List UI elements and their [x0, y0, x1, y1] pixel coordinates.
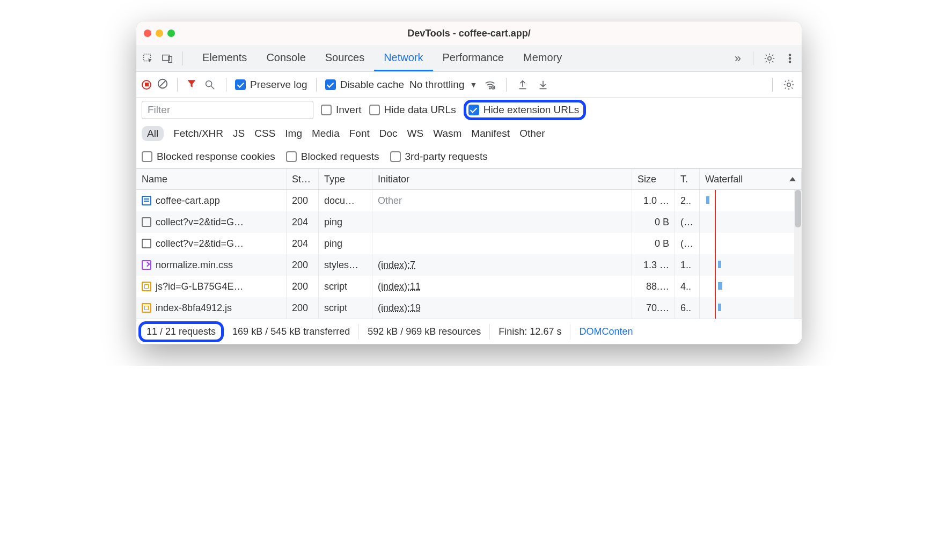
- type-filter-font[interactable]: Font: [349, 128, 370, 139]
- checkbox-icon: [142, 151, 152, 162]
- filter-row: Filter Invert Hide data URLs Hide extens…: [136, 98, 802, 122]
- hide-extension-urls-highlight: Hide extension URLs: [464, 100, 586, 120]
- table-row[interactable]: coffee-cart.app200docu…Other1.0 …2..: [136, 190, 802, 211]
- divider: [182, 51, 183, 65]
- divider: [753, 51, 753, 65]
- svg-line-10: [211, 86, 215, 89]
- column-size[interactable]: Size: [632, 169, 675, 189]
- inspect-element-icon[interactable]: [141, 51, 156, 66]
- type-filter-media[interactable]: Media: [312, 128, 340, 139]
- dom-content-loaded[interactable]: DOMConten: [570, 324, 641, 339]
- hide-data-urls-checkbox[interactable]: Hide data URLs: [369, 104, 456, 116]
- doc-file-icon: [142, 196, 151, 205]
- requests-count: 11 / 21 requests: [146, 326, 216, 337]
- clear-log-icon[interactable]: [157, 78, 168, 92]
- svg-point-4: [789, 54, 790, 55]
- device-toolbar-icon[interactable]: [160, 51, 175, 66]
- requests-count-highlight: 11 / 21 requests: [138, 321, 224, 342]
- tab-sources[interactable]: Sources: [316, 45, 374, 71]
- resources-size: 592 kB / 969 kB resources: [359, 324, 490, 339]
- type-filter-all[interactable]: All: [142, 126, 164, 141]
- requests-table-body: coffee-cart.app200docu…Other1.0 …2..coll…: [136, 190, 802, 319]
- devtools-window: DevTools - coffee-cart.app/ ElementsCons…: [136, 21, 802, 344]
- tab-elements[interactable]: Elements: [193, 45, 257, 71]
- svg-point-11: [489, 87, 490, 89]
- ping-file-icon: [142, 217, 151, 227]
- table-row[interactable]: collect?v=2&tid=G…204ping0 B(…: [136, 233, 802, 254]
- tab-network[interactable]: Network: [374, 45, 433, 71]
- type-filter-manifest[interactable]: Manifest: [471, 128, 510, 139]
- type-filter-css[interactable]: CSS: [254, 128, 275, 139]
- type-filter-fetch-xhr[interactable]: Fetch/XHR: [173, 128, 223, 139]
- js-file-icon: [142, 303, 151, 313]
- search-icon[interactable]: [202, 77, 217, 92]
- column-type[interactable]: Type: [319, 169, 372, 189]
- checkbox-icon: [390, 151, 401, 162]
- divider: [506, 78, 507, 92]
- tab-memory[interactable]: Memory: [514, 45, 571, 71]
- svg-point-6: [789, 61, 790, 62]
- caret-down-icon: ▼: [470, 80, 477, 89]
- network-toolbar: Preserve log Disable cache No throttling…: [136, 72, 802, 98]
- svg-point-13: [787, 83, 790, 86]
- blocked-cookies-checkbox[interactable]: Blocked response cookies: [142, 151, 275, 163]
- window-title: DevTools - coffee-cart.app/: [136, 28, 802, 39]
- checkbox-checked-icon: [325, 79, 336, 90]
- type-filter-wasm[interactable]: Wasm: [433, 128, 461, 139]
- filter-toggle-icon[interactable]: [186, 78, 197, 91]
- type-filter-js[interactable]: JS: [233, 128, 245, 139]
- svg-point-3: [768, 56, 771, 60]
- column-initiator[interactable]: Initiator: [372, 169, 632, 189]
- divider: [772, 78, 773, 92]
- js-file-icon: [142, 282, 151, 291]
- type-filter-img[interactable]: Img: [285, 128, 302, 139]
- checkbox-icon: [369, 105, 380, 115]
- css-file-icon: [142, 260, 151, 270]
- third-party-checkbox[interactable]: 3rd-party requests: [390, 151, 488, 163]
- tab-console[interactable]: Console: [257, 45, 315, 71]
- table-row[interactable]: index-8bfa4912.js200script(index):1970.……: [136, 297, 802, 319]
- divider: [177, 78, 178, 92]
- sort-ascending-icon: [789, 177, 796, 181]
- column-name[interactable]: Name: [136, 169, 287, 189]
- svg-point-9: [206, 80, 212, 86]
- svg-rect-2: [168, 56, 172, 62]
- divider: [316, 78, 317, 92]
- column-waterfall[interactable]: Waterfall: [700, 169, 802, 189]
- checkbox-icon: [321, 105, 332, 115]
- type-filter-doc[interactable]: Doc: [379, 128, 398, 139]
- more-tabs-icon[interactable]: »: [731, 51, 744, 65]
- extra-filters-row: Blocked response cookies Blocked request…: [136, 145, 802, 168]
- table-row[interactable]: js?id=G-LB75G4E…200script(index):1188.…4…: [136, 276, 802, 297]
- ping-file-icon: [142, 239, 151, 248]
- export-har-icon[interactable]: [536, 77, 551, 92]
- panel-tabs: ElementsConsoleSourcesNetworkPerformance…: [193, 45, 571, 71]
- kebab-menu-icon[interactable]: [782, 51, 797, 66]
- disable-cache-checkbox[interactable]: Disable cache: [325, 79, 404, 91]
- scroll-thumb[interactable]: [795, 190, 801, 227]
- filter-input[interactable]: Filter: [142, 101, 313, 119]
- hide-extension-urls-checkbox[interactable]: Hide extension URLs: [468, 104, 579, 116]
- requests-table-header: Name St… Type Initiator Size T. Waterfal…: [136, 168, 802, 190]
- blocked-requests-checkbox[interactable]: Blocked requests: [286, 151, 379, 163]
- tab-performance[interactable]: Performance: [433, 45, 514, 71]
- type-filter-ws[interactable]: WS: [407, 128, 424, 139]
- scrollbar[interactable]: [794, 190, 802, 319]
- svg-line-8: [159, 80, 166, 87]
- table-row[interactable]: collect?v=2&tid=G…204ping0 B(…: [136, 211, 802, 233]
- type-filter-other[interactable]: Other: [519, 128, 545, 139]
- column-status[interactable]: St…: [287, 169, 319, 189]
- settings-gear-icon[interactable]: [762, 51, 777, 66]
- checkbox-checked-icon: [468, 105, 479, 115]
- network-settings-gear-icon[interactable]: [781, 77, 796, 92]
- throttling-select[interactable]: No throttling ▼: [409, 79, 477, 91]
- checkbox-checked-icon: [235, 79, 246, 90]
- invert-checkbox[interactable]: Invert: [321, 104, 362, 116]
- import-har-icon[interactable]: [515, 77, 530, 92]
- checkbox-icon: [286, 151, 297, 162]
- column-time[interactable]: T.: [675, 169, 700, 189]
- preserve-log-checkbox[interactable]: Preserve log: [235, 79, 307, 91]
- record-button[interactable]: [142, 80, 151, 90]
- network-conditions-icon[interactable]: [482, 77, 497, 92]
- table-row[interactable]: normalize.min.css200styles…(index):71.3 …: [136, 254, 802, 276]
